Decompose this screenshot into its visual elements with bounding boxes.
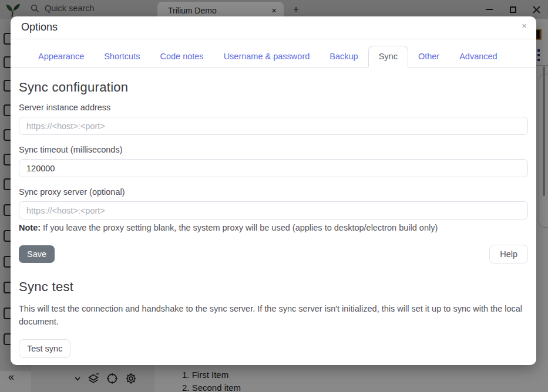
screen: Quick search Trilium Demo × + — [0, 0, 548, 392]
sync-timeout-label: Sync timeout (milliseconds) — [19, 145, 528, 154]
tab-username-password[interactable]: Username & password — [214, 46, 320, 67]
options-dialog: Options × Appearance Shortcuts Code note… — [11, 16, 536, 365]
tab-shortcuts[interactable]: Shortcuts — [94, 46, 150, 67]
sync-timeout-input[interactable] — [19, 159, 528, 177]
dialog-title: Options — [21, 21, 58, 33]
sync-test-heading: Sync test — [19, 279, 528, 295]
sync-test-description: This will test the connection and handsh… — [19, 302, 527, 328]
save-button[interactable]: Save — [19, 245, 55, 263]
tab-other[interactable]: Other — [408, 46, 449, 67]
dialog-header: Options × — [11, 16, 536, 39]
sync-configuration-heading: Sync configuration — [19, 80, 528, 95]
proxy-note-text: If you leave the proxy setting blank, th… — [41, 223, 438, 232]
help-button[interactable]: Help — [489, 245, 528, 263]
dialog-close-icon[interactable]: × — [522, 21, 527, 31]
tab-sync[interactable]: Sync — [368, 46, 408, 67]
test-sync-button[interactable]: Test sync — [19, 339, 70, 358]
tab-appearance[interactable]: Appearance — [28, 46, 94, 67]
server-address-label: Server instance address — [19, 103, 528, 112]
tab-backup[interactable]: Backup — [320, 46, 368, 67]
sync-proxy-input[interactable] — [19, 201, 528, 219]
sync-options-panel: Sync configuration Server instance addre… — [11, 67, 536, 358]
tab-code-notes[interactable]: Code notes — [150, 46, 213, 67]
proxy-note-prefix: Note: — [19, 223, 41, 232]
proxy-note: Note: If you leave the proxy setting bla… — [19, 222, 528, 234]
server-address-input[interactable] — [19, 117, 528, 135]
sync-proxy-label: Sync proxy server (optional) — [19, 187, 528, 197]
options-tab-bar: Appearance Shortcuts Code notes Username… — [11, 46, 536, 67]
tab-advanced[interactable]: Advanced — [449, 46, 507, 67]
